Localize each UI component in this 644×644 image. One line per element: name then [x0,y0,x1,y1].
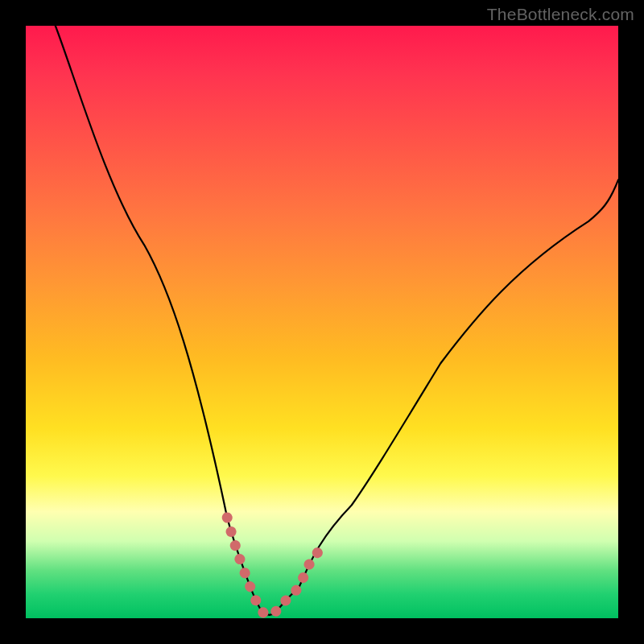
sweet-spot-marker-path [227,518,322,615]
chart-svg [26,26,618,618]
attribution-label: TheBottleneck.com [487,5,634,24]
plot-area [26,26,618,618]
bottleneck-curve-path [56,26,618,615]
chart-frame: TheBottleneck.com [0,0,644,644]
